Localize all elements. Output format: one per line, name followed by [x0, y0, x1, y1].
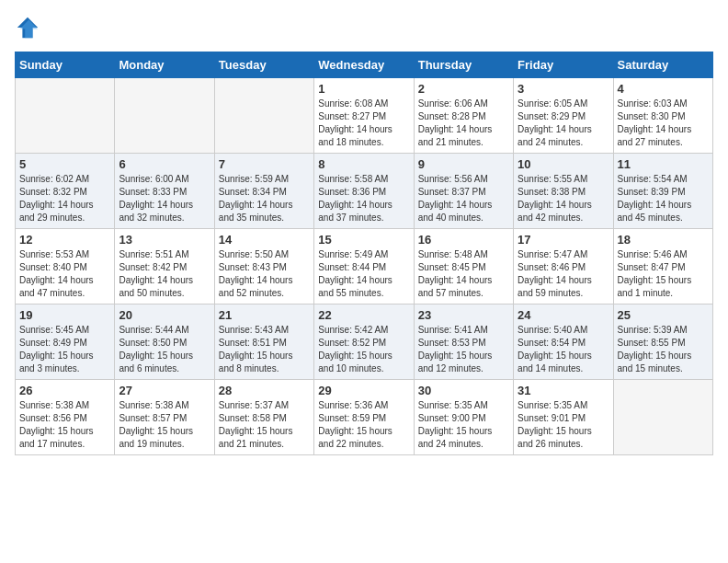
calendar-cell: 1Sunrise: 6:08 AM Sunset: 8:27 PM Daylig… [314, 78, 414, 154]
day-info: Sunrise: 6:06 AM Sunset: 8:28 PM Dayligh… [418, 98, 509, 149]
day-number: 5 [19, 157, 110, 171]
calendar-cell: 28Sunrise: 5:37 AM Sunset: 8:58 PM Dayli… [214, 380, 313, 455]
calendar-cell [214, 78, 313, 154]
weekday-header-monday: Monday [115, 52, 214, 78]
calendar-week-5: 26Sunrise: 5:38 AM Sunset: 8:56 PM Dayli… [16, 380, 713, 455]
day-number: 29 [318, 384, 409, 397]
calendar-cell: 6Sunrise: 6:00 AM Sunset: 8:33 PM Daylig… [115, 154, 214, 229]
calendar-cell: 22Sunrise: 5:42 AM Sunset: 8:52 PM Dayli… [314, 304, 414, 380]
day-number: 11 [618, 157, 709, 171]
calendar-cell: 3Sunrise: 6:05 AM Sunset: 8:29 PM Daylig… [514, 78, 613, 154]
day-number: 19 [19, 308, 110, 322]
day-info: Sunrise: 5:49 AM Sunset: 8:44 PM Dayligh… [318, 248, 409, 300]
day-number: 1 [318, 82, 409, 96]
day-number: 18 [618, 233, 709, 247]
day-number: 27 [119, 384, 210, 397]
calendar-cell: 20Sunrise: 5:44 AM Sunset: 8:50 PM Dayli… [115, 304, 214, 380]
day-info: Sunrise: 5:48 AM Sunset: 8:45 PM Dayligh… [418, 248, 509, 300]
calendar-cell: 24Sunrise: 5:40 AM Sunset: 8:54 PM Dayli… [514, 304, 613, 380]
day-info: Sunrise: 5:47 AM Sunset: 8:46 PM Dayligh… [518, 248, 609, 300]
weekday-header-tuesday: Tuesday [214, 52, 313, 78]
day-number: 20 [119, 308, 210, 322]
day-number: 21 [219, 308, 310, 322]
calendar-cell: 8Sunrise: 5:58 AM Sunset: 8:36 PM Daylig… [314, 154, 414, 229]
day-info: Sunrise: 6:00 AM Sunset: 8:33 PM Dayligh… [119, 173, 210, 224]
day-info: Sunrise: 5:58 AM Sunset: 8:36 PM Dayligh… [318, 173, 409, 224]
calendar-cell: 12Sunrise: 5:53 AM Sunset: 8:40 PM Dayli… [16, 229, 115, 304]
calendar-cell: 13Sunrise: 5:51 AM Sunset: 8:42 PM Dayli… [115, 229, 214, 304]
calendar-cell: 29Sunrise: 5:36 AM Sunset: 8:59 PM Dayli… [314, 380, 414, 455]
calendar-cell [16, 78, 115, 154]
day-info: Sunrise: 5:51 AM Sunset: 8:42 PM Dayligh… [119, 248, 210, 300]
day-info: Sunrise: 5:35 AM Sunset: 9:00 PM Dayligh… [418, 399, 509, 451]
weekday-header-wednesday: Wednesday [314, 52, 414, 78]
day-info: Sunrise: 5:42 AM Sunset: 8:52 PM Dayligh… [318, 324, 409, 375]
calendar-week-1: 1Sunrise: 6:08 AM Sunset: 8:27 PM Daylig… [16, 78, 713, 154]
calendar-cell: 27Sunrise: 5:38 AM Sunset: 8:57 PM Dayli… [115, 380, 214, 455]
day-number: 8 [318, 157, 409, 171]
weekday-header-thursday: Thursday [414, 52, 513, 78]
day-info: Sunrise: 5:55 AM Sunset: 8:38 PM Dayligh… [518, 173, 609, 224]
calendar-cell: 25Sunrise: 5:39 AM Sunset: 8:55 PM Dayli… [613, 304, 712, 380]
calendar-cell: 14Sunrise: 5:50 AM Sunset: 8:43 PM Dayli… [214, 229, 313, 304]
weekday-header-row: SundayMondayTuesdayWednesdayThursdayFrid… [16, 52, 713, 78]
day-info: Sunrise: 5:43 AM Sunset: 8:51 PM Dayligh… [219, 324, 310, 375]
day-info: Sunrise: 5:50 AM Sunset: 8:43 PM Dayligh… [219, 248, 310, 300]
day-info: Sunrise: 6:08 AM Sunset: 8:27 PM Dayligh… [318, 98, 409, 149]
day-number: 30 [418, 384, 509, 397]
day-info: Sunrise: 5:44 AM Sunset: 8:50 PM Dayligh… [119, 324, 210, 375]
calendar-cell: 19Sunrise: 5:45 AM Sunset: 8:49 PM Dayli… [16, 304, 115, 380]
logo [15, 15, 44, 40]
day-number: 6 [119, 157, 210, 171]
day-info: Sunrise: 5:45 AM Sunset: 8:49 PM Dayligh… [19, 324, 110, 375]
calendar-cell: 31Sunrise: 5:35 AM Sunset: 9:01 PM Dayli… [514, 380, 613, 455]
calendar-cell: 9Sunrise: 5:56 AM Sunset: 8:37 PM Daylig… [414, 154, 513, 229]
calendar-cell: 23Sunrise: 5:41 AM Sunset: 8:53 PM Dayli… [414, 304, 513, 380]
day-number: 25 [618, 308, 709, 322]
weekday-header-sunday: Sunday [16, 52, 115, 78]
day-info: Sunrise: 6:05 AM Sunset: 8:29 PM Dayligh… [518, 98, 609, 149]
calendar-week-2: 5Sunrise: 6:02 AM Sunset: 8:32 PM Daylig… [16, 154, 713, 229]
day-number: 23 [418, 308, 509, 322]
calendar-cell: 21Sunrise: 5:43 AM Sunset: 8:51 PM Dayli… [214, 304, 313, 380]
day-number: 26 [19, 384, 110, 397]
calendar-cell: 16Sunrise: 5:48 AM Sunset: 8:45 PM Dayli… [414, 229, 513, 304]
weekday-header-saturday: Saturday [613, 52, 712, 78]
day-number: 16 [418, 233, 509, 247]
day-number: 3 [518, 82, 609, 96]
day-info: Sunrise: 5:39 AM Sunset: 8:55 PM Dayligh… [618, 324, 709, 375]
logo-icon [15, 15, 40, 40]
day-info: Sunrise: 5:59 AM Sunset: 8:34 PM Dayligh… [219, 173, 310, 224]
calendar-cell [115, 78, 214, 154]
calendar-cell: 2Sunrise: 6:06 AM Sunset: 8:28 PM Daylig… [414, 78, 513, 154]
day-number: 9 [418, 157, 509, 171]
calendar-week-3: 12Sunrise: 5:53 AM Sunset: 8:40 PM Dayli… [16, 229, 713, 304]
calendar-table: SundayMondayTuesdayWednesdayThursdayFrid… [15, 52, 713, 455]
calendar-week-4: 19Sunrise: 5:45 AM Sunset: 8:49 PM Dayli… [16, 304, 713, 380]
day-number: 4 [618, 82, 709, 96]
day-number: 14 [219, 233, 310, 247]
day-info: Sunrise: 5:41 AM Sunset: 8:53 PM Dayligh… [418, 324, 509, 375]
calendar-cell: 7Sunrise: 5:59 AM Sunset: 8:34 PM Daylig… [214, 154, 313, 229]
calendar-cell: 18Sunrise: 5:46 AM Sunset: 8:47 PM Dayli… [613, 229, 712, 304]
calendar-cell: 17Sunrise: 5:47 AM Sunset: 8:46 PM Dayli… [514, 229, 613, 304]
day-info: Sunrise: 5:38 AM Sunset: 8:57 PM Dayligh… [119, 399, 210, 451]
day-number: 24 [518, 308, 609, 322]
calendar-cell: 15Sunrise: 5:49 AM Sunset: 8:44 PM Dayli… [314, 229, 414, 304]
calendar-cell: 4Sunrise: 6:03 AM Sunset: 8:30 PM Daylig… [613, 78, 712, 154]
day-number: 13 [119, 233, 210, 247]
day-info: Sunrise: 5:46 AM Sunset: 8:47 PM Dayligh… [618, 248, 709, 300]
calendar-cell: 26Sunrise: 5:38 AM Sunset: 8:56 PM Dayli… [16, 380, 115, 455]
weekday-header-friday: Friday [514, 52, 613, 78]
calendar-cell: 30Sunrise: 5:35 AM Sunset: 9:00 PM Dayli… [414, 380, 513, 455]
day-info: Sunrise: 5:54 AM Sunset: 8:39 PM Dayligh… [618, 173, 709, 224]
day-info: Sunrise: 5:35 AM Sunset: 9:01 PM Dayligh… [518, 399, 609, 451]
page-header [15, 15, 713, 40]
day-number: 22 [318, 308, 409, 322]
calendar-cell: 11Sunrise: 5:54 AM Sunset: 8:39 PM Dayli… [613, 154, 712, 229]
calendar-cell: 10Sunrise: 5:55 AM Sunset: 8:38 PM Dayli… [514, 154, 613, 229]
day-info: Sunrise: 6:02 AM Sunset: 8:32 PM Dayligh… [19, 173, 110, 224]
day-info: Sunrise: 5:40 AM Sunset: 8:54 PM Dayligh… [518, 324, 609, 375]
day-number: 15 [318, 233, 409, 247]
day-info: Sunrise: 5:36 AM Sunset: 8:59 PM Dayligh… [318, 399, 409, 451]
